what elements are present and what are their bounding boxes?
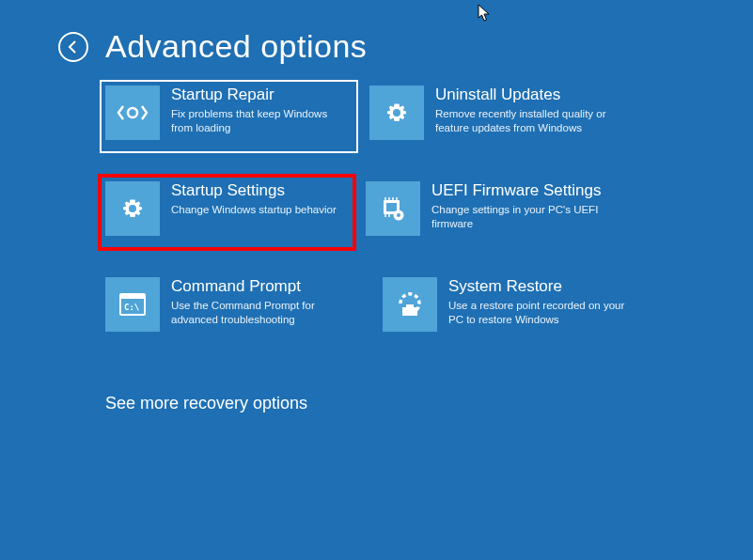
svg-point-3 bbox=[129, 205, 136, 212]
tile-desc: Change Windows startup behavior bbox=[171, 203, 337, 216]
restore-icon bbox=[383, 277, 437, 332]
gear-icon bbox=[105, 181, 160, 236]
tile-title: Uninstall Updates bbox=[435, 86, 614, 104]
tile-title: Startup Settings bbox=[171, 181, 337, 200]
svg-rect-18 bbox=[406, 304, 414, 308]
tile-text: Command Prompt Use the Command Prompt fo… bbox=[160, 277, 350, 347]
gear-icon bbox=[369, 86, 424, 140]
tile-system-restore[interactable]: System Restore Use a restore point recor… bbox=[383, 277, 641, 347]
svg-point-2 bbox=[393, 109, 400, 117]
svg-text:C:\: C:\ bbox=[124, 303, 139, 312]
svg-point-1 bbox=[132, 112, 134, 115]
tile-desc: Use the Command Prompt for advanced trou… bbox=[171, 299, 350, 326]
tile-title: Command Prompt bbox=[171, 277, 350, 296]
svg-point-13 bbox=[397, 213, 400, 217]
tile-command-prompt[interactable]: C:\ Command Prompt Use the Command Promp… bbox=[105, 277, 364, 347]
svg-rect-5 bbox=[386, 203, 397, 211]
see-more-link[interactable]: See more recovery options bbox=[105, 394, 753, 413]
tile-desc: Fix problems that keep Windows from load… bbox=[171, 107, 350, 134]
tile-text: Startup Settings Change Windows startup … bbox=[160, 181, 337, 236]
tile-uefi-firmware[interactable]: UEFI Firmware Settings Change settings i… bbox=[366, 181, 624, 257]
svg-rect-15 bbox=[120, 294, 145, 299]
chip-gear-icon bbox=[366, 181, 420, 236]
header: Advanced options bbox=[0, 0, 753, 65]
options-grid: Startup Repair Fix problems that keep Wi… bbox=[105, 86, 641, 347]
wrench-code-icon bbox=[105, 86, 160, 140]
tile-text: Uninstall Updates Remove recently instal… bbox=[424, 86, 614, 161]
tile-title: System Restore bbox=[448, 277, 627, 296]
tile-text: System Restore Use a restore point recor… bbox=[437, 277, 627, 347]
tile-desc: Remove recently installed quality or fea… bbox=[435, 107, 614, 134]
arrow-left-icon bbox=[66, 39, 81, 54]
terminal-icon: C:\ bbox=[105, 277, 160, 332]
page-title: Advanced options bbox=[105, 28, 367, 65]
tile-desc: Use a restore point recorded on your PC … bbox=[448, 299, 627, 326]
svg-rect-17 bbox=[402, 307, 417, 316]
tile-uninstall-updates[interactable]: Uninstall Updates Remove recently instal… bbox=[369, 86, 628, 161]
tile-desc: Change settings in your PC's UEFI firmwa… bbox=[431, 203, 610, 230]
tile-text: Startup Repair Fix problems that keep Wi… bbox=[160, 86, 350, 140]
tile-title: Startup Repair bbox=[171, 86, 350, 104]
tile-startup-repair[interactable]: Startup Repair Fix problems that keep Wi… bbox=[100, 80, 358, 153]
tile-title: UEFI Firmware Settings bbox=[431, 181, 610, 200]
tile-startup-settings[interactable]: Startup Settings Change Windows startup … bbox=[98, 174, 356, 251]
back-button[interactable] bbox=[58, 32, 88, 62]
tile-text: UEFI Firmware Settings Change settings i… bbox=[420, 181, 610, 257]
